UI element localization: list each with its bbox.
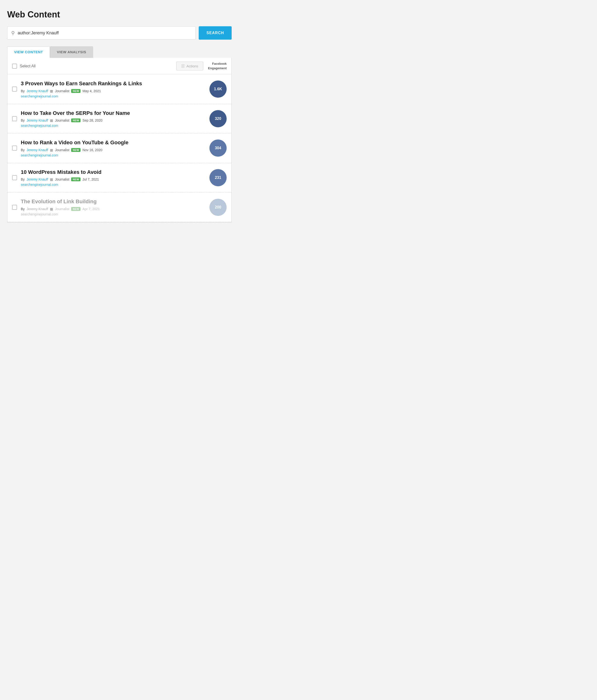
item-title[interactable]: 10 WordPress Mistakes to Avoid: [21, 169, 206, 176]
actions-label: Actions: [186, 64, 198, 68]
engagement-circle: 231: [209, 169, 227, 186]
item-content: 10 WordPress Mistakes to Avoid By Jeremy…: [21, 169, 206, 187]
item-title[interactable]: How to Rank a Video on YouTube & Google: [21, 139, 206, 146]
meta-role: Journalist: [55, 89, 69, 93]
item-meta: By Jeremy Knauff ▦ Journalist NEW Nov 16…: [21, 148, 206, 152]
search-button[interactable]: SEARCH: [199, 26, 232, 40]
tab-view-analysis[interactable]: VIEW ANALYSIS: [50, 46, 93, 58]
engagement-circle: 1.6K: [209, 80, 227, 98]
list-item: 10 WordPress Mistakes to Avoid By Jeremy…: [7, 163, 231, 193]
meta-author[interactable]: Jeremy Knauff: [26, 119, 48, 122]
item-content: How to Rank a Video on YouTube & Google …: [21, 139, 206, 157]
new-badge: NEW: [71, 89, 80, 93]
item-domain[interactable]: searchenginejournal.com: [21, 183, 206, 186]
list-item: How to Take Over the SERPs for Your Name…: [7, 104, 231, 134]
item-checkbox[interactable]: [12, 116, 17, 121]
meta-date: Nov 16, 2020: [82, 148, 102, 152]
actions-icon: ☷: [181, 64, 184, 68]
meta-date: May 4, 2021: [82, 89, 101, 93]
item-domain[interactable]: searchenginejournal.com: [21, 124, 206, 127]
new-badge: NEW: [71, 177, 80, 181]
new-badge: NEW: [71, 119, 80, 122]
item-domain[interactable]: searchenginejournal.com: [21, 212, 206, 216]
meta-date: Apr 7, 2021: [82, 207, 100, 211]
search-input[interactable]: [18, 30, 192, 35]
content-panel: Select All ☷ Actions Facebook Engagement…: [7, 58, 232, 222]
search-input-wrapper: ⚲: [7, 26, 196, 40]
toolbar-left: Select All: [12, 64, 35, 69]
item-checkbox[interactable]: [12, 87, 17, 92]
meta-date: Jul 7, 2021: [82, 177, 99, 181]
new-badge: NEW: [71, 148, 80, 152]
meta-author[interactable]: Jeremy Knauff: [26, 148, 48, 152]
meta-by: By: [21, 89, 25, 93]
meta-date: Sep 28, 2020: [82, 119, 102, 122]
item-content: 3 Proven Ways to Earn Search Rankings & …: [21, 80, 206, 98]
item-content: How to Take Over the SERPs for Your Name…: [21, 110, 206, 128]
page-title: Web Content: [7, 9, 232, 20]
meta-role: Journalist: [55, 177, 69, 181]
list-item: The Evolution of Link Building By Jeremy…: [7, 193, 231, 222]
meta-icon: ▦: [50, 89, 53, 93]
engagement-circle: 304: [209, 140, 227, 157]
meta-role: Journalist: [55, 207, 69, 211]
item-meta: By Jeremy Knauff ▦ Journalist NEW Jul 7,…: [21, 177, 206, 181]
item-domain[interactable]: searchenginejournal.com: [21, 153, 206, 157]
item-title[interactable]: The Evolution of Link Building: [21, 198, 206, 205]
new-badge: NEW: [71, 207, 80, 211]
meta-author[interactable]: Jeremy Knauff: [26, 177, 48, 181]
meta-icon: ▦: [50, 119, 53, 122]
actions-button[interactable]: ☷ Actions: [176, 61, 203, 71]
engagement-circle: 320: [209, 110, 227, 127]
engagement-circle: 200: [209, 199, 227, 216]
meta-icon: ▦: [50, 148, 53, 152]
meta-by: By: [21, 207, 25, 211]
meta-by: By: [21, 177, 25, 181]
item-checkbox[interactable]: [12, 175, 17, 180]
item-content: The Evolution of Link Building By Jeremy…: [21, 198, 206, 216]
item-domain[interactable]: searchenginejournal.com: [21, 94, 206, 98]
item-checkbox[interactable]: [12, 205, 17, 210]
search-bar: ⚲ SEARCH: [7, 26, 232, 40]
list-item: How to Rank a Video on YouTube & Google …: [7, 133, 231, 163]
facebook-engagement-label: Facebook Engagement: [208, 61, 227, 70]
toolbar-right: ☷ Actions Facebook Engagement: [176, 61, 227, 71]
meta-icon: ▦: [50, 177, 53, 181]
meta-by: By: [21, 119, 25, 122]
item-title[interactable]: 3 Proven Ways to Earn Search Rankings & …: [21, 80, 206, 87]
meta-by: By: [21, 148, 25, 152]
tabs-container: VIEW CONTENT VIEW ANALYSIS: [7, 46, 232, 58]
meta-author[interactable]: Jeremy Knauff: [26, 89, 48, 93]
item-checkbox[interactable]: [12, 146, 17, 150]
meta-role: Journalist: [55, 148, 69, 152]
item-meta: By Jeremy Knauff ▦ Journalist NEW Apr 7,…: [21, 207, 206, 211]
meta-author[interactable]: Jeremy Knauff: [26, 207, 48, 211]
toolbar: Select All ☷ Actions Facebook Engagement: [7, 58, 231, 75]
select-all-label: Select All: [20, 64, 35, 68]
item-title[interactable]: How to Take Over the SERPs for Your Name: [21, 110, 206, 117]
tab-view-content[interactable]: VIEW CONTENT: [7, 46, 50, 58]
item-meta: By Jeremy Knauff ▦ Journalist NEW May 4,…: [21, 89, 206, 93]
select-all-checkbox[interactable]: [12, 64, 17, 69]
meta-icon: ▦: [50, 207, 53, 211]
item-meta: By Jeremy Knauff ▦ Journalist NEW Sep 28…: [21, 119, 206, 122]
search-icon: ⚲: [11, 30, 15, 36]
items-list: 3 Proven Ways to Earn Search Rankings & …: [7, 75, 231, 222]
list-item: 3 Proven Ways to Earn Search Rankings & …: [7, 75, 231, 104]
meta-role: Journalist: [55, 119, 69, 122]
